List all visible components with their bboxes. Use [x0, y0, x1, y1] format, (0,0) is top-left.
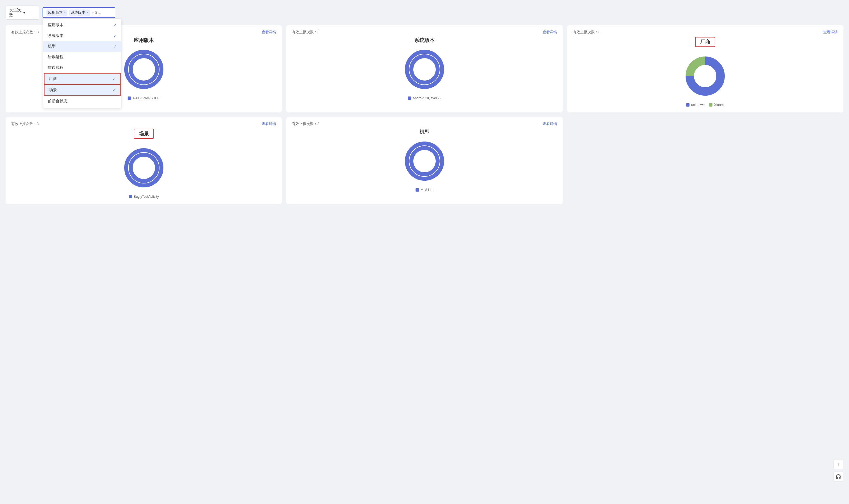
filter-tag-1[interactable]: 系统版本 ×	[69, 10, 90, 16]
top-bar: 发生次数 ▾ 应用版本 × 系统版本 × + 3 ... 应用版本 ✓ 系统版本…	[5, 5, 844, 20]
card-device-model: 有效上报次数：3 查看详情 机型 MI 8 Lite	[286, 117, 563, 204]
legend-item-unknown: unknown	[686, 103, 705, 107]
dropdown-item-label: 前后台状态	[48, 99, 68, 104]
card-count: 有效上报次数：3	[292, 30, 319, 35]
card-title-wrap: 机型	[292, 129, 557, 136]
legend-label: Xiaomi	[714, 103, 724, 107]
svg-point-8	[697, 68, 713, 84]
card-header: 有效上报次数：3 查看详情	[292, 121, 557, 126]
legend-dot	[686, 103, 690, 107]
card-title: 系统版本	[414, 37, 435, 43]
legend-dot	[408, 96, 411, 100]
card-header: 有效上报次数：3 查看详情	[573, 30, 838, 35]
svg-point-5	[417, 61, 432, 77]
legend: MI 8 Lite	[292, 188, 557, 192]
filter-tag-close[interactable]: ×	[64, 11, 66, 15]
filter-tag-0[interactable]: 应用版本 ×	[47, 10, 68, 16]
legend: unknown Xiaomi	[573, 103, 838, 107]
legend-dot	[709, 103, 712, 107]
donut-wrap	[573, 54, 838, 98]
card-count: 有效上报次数：3	[11, 121, 39, 126]
legend-item-xiaomi: Xiaomi	[709, 103, 724, 107]
legend-label: Android 10,level 29	[413, 96, 442, 100]
filter-more: + 3 ...	[92, 11, 101, 15]
legend-label: unknown	[691, 103, 705, 107]
card-count: 有效上报次数：3	[573, 30, 600, 35]
dropdown-item-5[interactable]: 厂商 ✓	[44, 73, 121, 85]
dropdown-item-label: 机型	[48, 44, 56, 49]
cards-row1: 有效上报次数：3 查看详情 应用版本 4.4.0-SNAPSHOT 有效上报次数…	[5, 25, 844, 112]
scroll-top-button[interactable]: ↑	[833, 459, 844, 469]
card-count: 有效上报次数：3	[292, 121, 319, 126]
legend-dot	[129, 195, 132, 198]
card-title: 机型	[420, 129, 429, 135]
check-icon: ✓	[113, 44, 117, 49]
donut-wrap	[11, 145, 276, 190]
view-detail-link[interactable]: 查看详情	[543, 30, 557, 35]
filter-dropdown: 应用版本 ✓ 系统版本 ✓ 机型 ✓ 错误进程 错误线程 厂商 ✓ 场景	[43, 18, 121, 108]
card-system-version: 有效上报次数：3 查看详情 系统版本 Android 10,level 29	[286, 25, 563, 112]
legend-label: 4.4.0-SNAPSHOT	[132, 96, 160, 100]
dropdown-item-7[interactable]: 前后台状态	[43, 96, 121, 107]
svg-point-2	[136, 61, 152, 77]
legend-label: BuglyTestActivity	[134, 195, 159, 199]
legend-item: 4.4.0-SNAPSHOT	[128, 96, 160, 100]
cards-row2: 有效上报次数：3 查看详情 场景 BuglyTestActivity 有效上报次…	[5, 117, 844, 204]
dropdown-item-0[interactable]: 应用版本 ✓	[43, 20, 121, 31]
sort-select-label: 发生次数	[9, 7, 21, 18]
legend: Android 10,level 29	[292, 96, 557, 100]
card-title-highlighted: 厂商	[695, 37, 715, 47]
check-icon: ✓	[113, 23, 117, 28]
card-title-highlighted: 场景	[134, 129, 154, 139]
card-title-wrap: 厂商	[573, 37, 838, 50]
dropdown-item-label: 错误线程	[48, 65, 64, 70]
card-count: 有效上报次数：3	[11, 30, 39, 35]
legend-item: MI 8 Lite	[415, 188, 434, 192]
legend-dot	[128, 96, 131, 100]
dropdown-item-label: 场景	[49, 88, 57, 93]
dropdown-item-3[interactable]: 错误进程	[43, 52, 121, 62]
right-tools: ↑ 🎧	[833, 459, 844, 482]
sort-select[interactable]: 发生次数 ▾	[5, 5, 39, 20]
dropdown-item-label: 厂商	[49, 76, 57, 82]
view-detail-link[interactable]: 查看详情	[823, 30, 838, 35]
legend: BuglyTestActivity	[11, 195, 276, 199]
filter-tag-label: 应用版本	[48, 10, 63, 15]
card-header: 有效上报次数：3 查看详情	[11, 121, 276, 126]
dropdown-item-label: 系统版本	[48, 33, 64, 38]
view-detail-link[interactable]: 查看详情	[543, 121, 557, 126]
filter-tag-close[interactable]: ×	[87, 11, 88, 15]
view-detail-link[interactable]: 查看详情	[262, 121, 276, 126]
card-scene: 有效上报次数：3 查看详情 场景 BuglyTestActivity	[5, 117, 282, 204]
card-empty	[567, 117, 844, 204]
dropdown-item-label: 应用版本	[48, 23, 64, 28]
legend-dot	[415, 188, 419, 192]
view-detail-link[interactable]: 查看详情	[262, 30, 276, 35]
card-vendor: 有效上报次数：3 查看详情 厂商 unknown Xiaomi	[567, 25, 844, 112]
card-title-wrap: 场景	[11, 129, 276, 142]
dropdown-item-2[interactable]: 机型 ✓	[43, 41, 121, 52]
svg-point-11	[136, 160, 152, 176]
scroll-top-icon: ↑	[837, 462, 839, 467]
card-title-wrap: 系统版本	[292, 37, 557, 43]
card-header: 有效上报次数：3 查看详情	[292, 30, 557, 35]
dropdown-item-4[interactable]: 错误线程	[43, 62, 121, 73]
card-title: 应用版本	[134, 37, 154, 43]
check-icon: ✓	[112, 77, 116, 81]
sort-chevron-icon: ▾	[23, 10, 36, 15]
dropdown-item-label: 错误进程	[48, 55, 64, 59]
filter-box[interactable]: 应用版本 × 系统版本 × + 3 ... 应用版本 ✓ 系统版本 ✓ 机型 ✓…	[42, 7, 115, 18]
headphones-icon: 🎧	[835, 474, 841, 480]
dropdown-item-6[interactable]: 场景 ✓	[44, 85, 121, 96]
legend-item: Android 10,level 29	[408, 96, 442, 100]
svg-point-14	[417, 153, 432, 169]
donut-wrap	[292, 139, 557, 183]
donut-wrap	[292, 47, 557, 92]
legend-item: BuglyTestActivity	[129, 195, 159, 199]
check-icon: ✓	[113, 34, 117, 38]
check-icon: ✓	[112, 88, 116, 92]
legend-label: MI 8 Lite	[421, 188, 434, 192]
filter-tag-label: 系统版本	[71, 10, 85, 15]
dropdown-item-1[interactable]: 系统版本 ✓	[43, 31, 121, 41]
support-button[interactable]: 🎧	[833, 471, 844, 482]
